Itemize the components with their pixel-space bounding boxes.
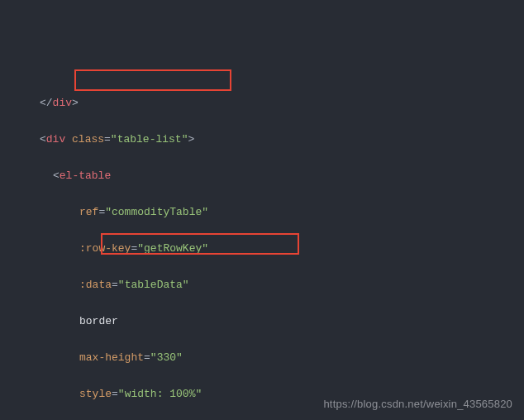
code-line: style="width: 100%" — [0, 385, 524, 403]
code-line: <div class="table-list"> — [0, 131, 524, 149]
code-line: :data="tableData" — [0, 276, 524, 294]
code-line: max-height="330" — [0, 349, 524, 367]
code-line: :row-key="getRowKey" — [0, 240, 524, 258]
code-line: ref="commodityTable" — [0, 203, 524, 222]
code-line: <el-table — [0, 167, 524, 185]
code-block: </div> <div class="table-list"> <el-tabl… — [0, 73, 524, 420]
code-line: </div> — [0, 94, 524, 112]
code-line: border — [0, 313, 524, 331]
